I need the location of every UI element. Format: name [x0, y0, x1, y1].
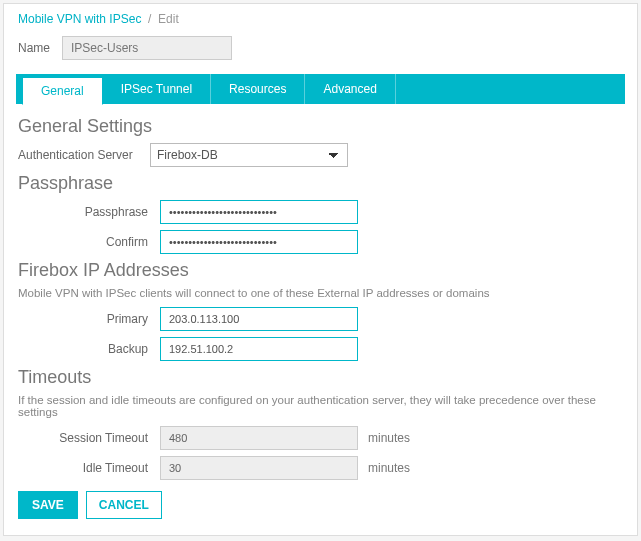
- tab-general[interactable]: General: [22, 77, 103, 105]
- primary-input[interactable]: [160, 307, 358, 331]
- tab-ipsec-tunnel[interactable]: IPSec Tunnel: [103, 74, 211, 104]
- breadcrumb: Mobile VPN with IPSec / Edit: [18, 12, 623, 26]
- save-button[interactable]: SAVE: [18, 491, 78, 519]
- passphrase-row: Passphrase: [18, 200, 623, 224]
- cancel-button[interactable]: CANCEL: [86, 491, 162, 519]
- idle-timeout-label: Idle Timeout: [18, 461, 160, 475]
- idle-timeout-units: minutes: [368, 461, 410, 475]
- general-settings-heading: General Settings: [18, 116, 623, 137]
- button-bar: SAVE CANCEL: [18, 491, 162, 519]
- timeouts-heading: Timeouts: [18, 367, 623, 388]
- session-timeout-input[interactable]: [160, 426, 358, 450]
- firebox-ip-help: Mobile VPN with IPSec clients will conne…: [18, 287, 623, 299]
- idle-timeout-input[interactable]: [160, 456, 358, 480]
- session-timeout-label: Session Timeout: [18, 431, 160, 445]
- auth-server-select[interactable]: Firebox-DB: [150, 143, 348, 167]
- backup-row: Backup: [18, 337, 623, 361]
- timeouts-help: If the session and idle timeouts are con…: [18, 394, 623, 418]
- primary-label: Primary: [18, 312, 160, 326]
- breadcrumb-current: Edit: [158, 12, 179, 26]
- edit-panel: Mobile VPN with IPSec / Edit Name Genera…: [3, 3, 638, 536]
- confirm-label: Confirm: [18, 235, 160, 249]
- passphrase-label: Passphrase: [18, 205, 160, 219]
- passphrase-heading: Passphrase: [18, 173, 623, 194]
- primary-row: Primary: [18, 307, 623, 331]
- auth-server-label: Authentication Server: [18, 148, 150, 162]
- session-timeout-row: Session Timeout minutes: [18, 426, 623, 450]
- confirm-row: Confirm: [18, 230, 623, 254]
- name-label: Name: [18, 41, 50, 55]
- breadcrumb-sep: /: [145, 12, 158, 26]
- idle-timeout-row: Idle Timeout minutes: [18, 456, 623, 480]
- name-row: Name: [18, 36, 623, 60]
- backup-label: Backup: [18, 342, 160, 356]
- firebox-ip-heading: Firebox IP Addresses: [18, 260, 623, 281]
- confirm-input[interactable]: [160, 230, 358, 254]
- backup-input[interactable]: [160, 337, 358, 361]
- tab-resources[interactable]: Resources: [211, 74, 305, 104]
- passphrase-input[interactable]: [160, 200, 358, 224]
- tab-advanced[interactable]: Advanced: [305, 74, 395, 104]
- auth-server-row: Authentication Server Firebox-DB: [18, 143, 623, 167]
- session-timeout-units: minutes: [368, 431, 410, 445]
- name-input[interactable]: [62, 36, 232, 60]
- tab-bar: General IPSec Tunnel Resources Advanced: [16, 74, 625, 104]
- breadcrumb-root-link[interactable]: Mobile VPN with IPSec: [18, 12, 141, 26]
